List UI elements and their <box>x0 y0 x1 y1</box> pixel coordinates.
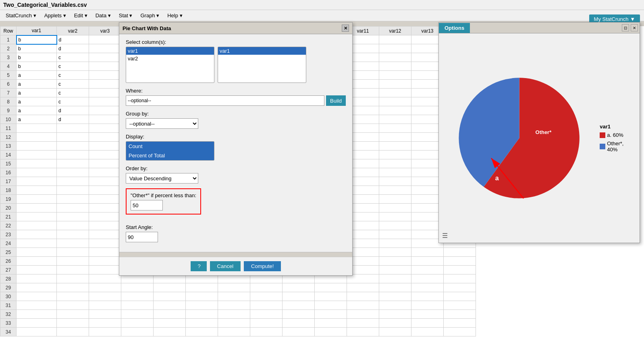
filename: Two_Categorical_Variables.csv <box>3 2 87 8</box>
menu-stat[interactable]: Stat ▾ <box>116 11 136 20</box>
menu-data[interactable]: Data ▾ <box>92 11 114 20</box>
menu-applets[interactable]: Applets ▾ <box>41 11 69 20</box>
menu-bar: StatCrunch ▾ Applets ▾ Edit ▾ Data ▾ Sta… <box>0 10 644 21</box>
menu-edit[interactable]: Edit ▾ <box>71 11 91 20</box>
menu-statcrunch[interactable]: StatCrunch ▾ <box>2 11 39 20</box>
menu-graph[interactable]: Graph ▾ <box>137 11 162 20</box>
title-bar: Two_Categorical_Variables.csv <box>0 0 644 10</box>
my-statcrunch-button[interactable]: My StatCrunch ▼ <box>589 14 640 21</box>
menu-help[interactable]: Help ▾ <box>164 11 185 20</box>
